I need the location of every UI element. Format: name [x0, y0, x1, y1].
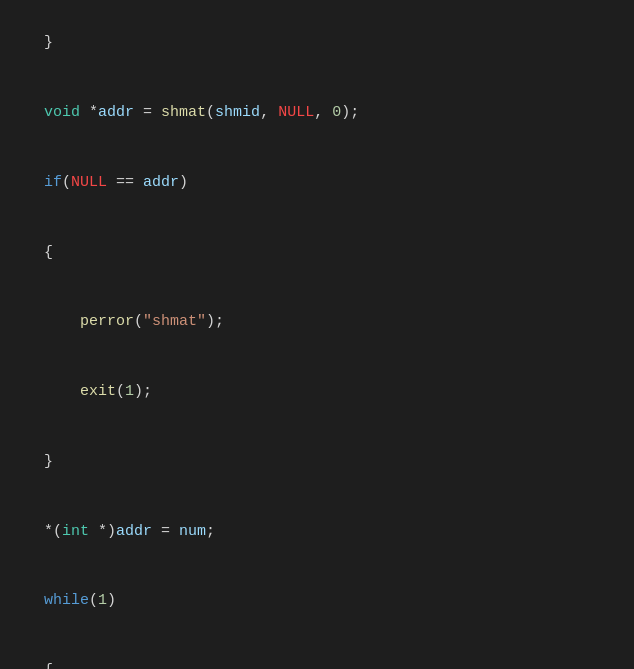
code-line: }	[8, 427, 622, 497]
code-line: exit(1);	[8, 357, 622, 427]
code-line: void *addr = shmat(shmid, NULL, 0);	[8, 78, 622, 148]
code-line: {	[8, 636, 622, 669]
code-line: {	[8, 217, 622, 287]
code-block: } void *addr = shmat(shmid, NULL, 0); if…	[0, 0, 634, 669]
code-line: if(NULL == addr)	[8, 148, 622, 218]
code-line: while(1)	[8, 566, 622, 636]
code-line: perror("shmat");	[8, 287, 622, 357]
code-line: }	[8, 8, 622, 78]
code-line: *(int *)addr = num;	[8, 496, 622, 566]
